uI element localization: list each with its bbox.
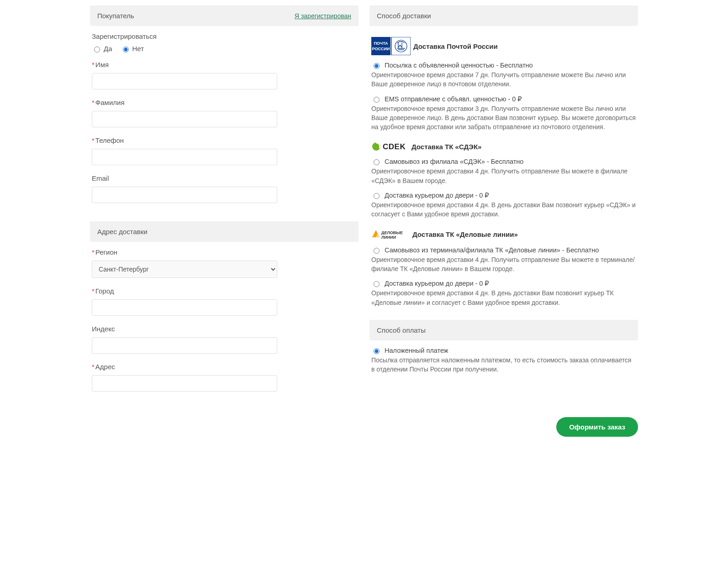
payment-opt1-radio[interactable] xyxy=(374,348,380,354)
region-label-text: Регион xyxy=(95,248,117,256)
surname-label: *Фамилия xyxy=(92,99,357,106)
already-registered-link[interactable]: Я зарегистрирован xyxy=(295,12,351,20)
region-label: *Регион xyxy=(92,248,357,256)
ship-dl-opt2[interactable]: Доставка курьером до двери - 0 ₽ xyxy=(371,280,636,287)
email-label: Email xyxy=(92,174,357,182)
buyer-header: Покупатель Я зарегистрирован xyxy=(90,5,359,26)
address-input[interactable] xyxy=(92,375,277,392)
register-yes-text: Да xyxy=(104,45,112,52)
surname-label-text: Фамилия xyxy=(95,99,125,106)
region-select[interactable]: Санкт-Петербург xyxy=(92,261,277,278)
svg-rect-0 xyxy=(371,37,390,55)
address-header: Адрес доставки xyxy=(90,221,359,242)
phone-label-text: Телефон xyxy=(95,136,124,144)
surname-input[interactable] xyxy=(92,111,277,127)
ship-rp-opt1[interactable]: Посылка с объявленной ценностью - Беспла… xyxy=(371,62,636,69)
phone-input[interactable] xyxy=(92,149,277,165)
ship-dl-opt1-radio[interactable] xyxy=(374,248,380,254)
ship-rp-opt1-label: Посылка с объявленной ценностью - Беспла… xyxy=(385,62,533,69)
ship-dl-opt2-radio[interactable] xyxy=(374,281,380,287)
name-label: *Имя xyxy=(92,61,357,68)
register-radio-group: Да Нет xyxy=(92,45,357,52)
ship-rp-opt1-radio[interactable] xyxy=(374,63,380,69)
cdek-icon: CDEK xyxy=(371,141,409,152)
ship-cdek-opt2-label: Доставка курьером до двери - 0 ₽ xyxy=(385,192,489,199)
address-label-text: Адрес xyxy=(95,363,115,371)
phone-label: *Телефон xyxy=(92,136,357,144)
city-label: *Город xyxy=(92,287,357,295)
ship-dl-opt1[interactable]: Самовывоз из терминала/филиала ТК «Делов… xyxy=(371,246,636,254)
ship-cdek-opt2[interactable]: Доставка курьером до двери - 0 ₽ xyxy=(371,192,636,199)
ship-rp-opt2[interactable]: EMS отправление с объявл. ценностью - 0 … xyxy=(371,95,636,103)
city-input[interactable] xyxy=(92,299,277,316)
ship-cdek-opt1-desc: Ориентировочное время доставки 4 дн. Пол… xyxy=(371,167,636,185)
index-input[interactable] xyxy=(92,337,277,354)
shipping-group-russian-post: ПОЧТА РОССИИ Доставка Почтой России xyxy=(371,37,636,131)
svg-text:CDEK: CDEK xyxy=(383,142,406,151)
payment-opt1[interactable]: Наложенный платеж xyxy=(371,347,636,354)
buyer-header-title: Покупатель xyxy=(97,12,134,20)
ship-rp-opt2-desc: Ориентировочное время доставки 3 дн. Пол… xyxy=(371,104,636,132)
ship-cdek-opt1-label: Самовывоз из филиала «СДЭК» - Бесплатно xyxy=(385,158,523,165)
payment-header-title: Способ оплаты xyxy=(377,326,426,334)
shipping-header-title: Способ доставки xyxy=(377,12,431,20)
email-input[interactable] xyxy=(92,187,277,203)
cdek-title: Доставка ТК «СДЭК» xyxy=(411,143,481,151)
shipping-header: Способ доставки xyxy=(369,5,638,26)
city-label-text: Город xyxy=(95,287,114,295)
name-input[interactable] xyxy=(92,73,277,89)
name-label-text: Имя xyxy=(95,61,109,68)
ship-cdek-opt2-desc: Ориентировочное время доставки 4 дн. В д… xyxy=(371,200,636,219)
ship-cdek-opt1-radio[interactable] xyxy=(374,159,380,165)
ship-rp-opt2-label: EMS отправление с объявл. ценностью - 0 … xyxy=(385,95,522,103)
payment-opt1-desc: Посылка отправляется наложенным платежом… xyxy=(371,356,636,374)
svg-text:ПОЧТА: ПОЧТА xyxy=(374,41,388,46)
register-no-radio[interactable] xyxy=(123,47,129,52)
payment-opt1-label: Наложенный платеж xyxy=(385,347,448,354)
payment-header: Способ оплаты xyxy=(369,320,638,340)
submit-order-button[interactable]: Оформить заказ xyxy=(556,417,638,437)
register-no-label[interactable]: Нет xyxy=(121,45,144,52)
register-no-text: Нет xyxy=(132,45,144,52)
ship-rp-opt2-radio[interactable] xyxy=(374,97,380,103)
svg-text:ЛИНИИ: ЛИНИИ xyxy=(381,235,396,240)
delovye-linii-icon: ДЕЛОВЫЕ ЛИНИИ xyxy=(371,229,410,240)
ship-dl-opt1-desc: Ориентировочное время доставки 4 дн. Пол… xyxy=(371,255,636,274)
russian-post-icon: ПОЧТА РОССИИ xyxy=(371,37,411,55)
ship-cdek-opt2-radio[interactable] xyxy=(374,193,380,199)
register-yes-label[interactable]: Да xyxy=(92,45,112,52)
register-yes-radio[interactable] xyxy=(94,47,100,52)
shipping-group-cdek: CDEK Доставка ТК «СДЭК» Самовывоз из фил… xyxy=(371,141,636,219)
svg-text:ДЕЛОВЫЕ: ДЕЛОВЫЕ xyxy=(381,230,403,235)
ship-rp-opt1-desc: Ориентировочное время доставки 7 дн. Пол… xyxy=(371,70,636,89)
svg-text:РОССИИ: РОССИИ xyxy=(372,47,390,51)
shipping-group-dl: ДЕЛОВЫЕ ЛИНИИ Доставка ТК «Деловые линии… xyxy=(371,229,636,307)
ship-cdek-opt1[interactable]: Самовывоз из филиала «СДЭК» - Бесплатно xyxy=(371,158,636,165)
register-title: Зарегистрироваться xyxy=(92,32,357,40)
index-label: Индекс xyxy=(92,325,357,333)
russian-post-title: Доставка Почтой России xyxy=(413,42,498,50)
dl-title: Доставка ТК «Деловые линии» xyxy=(412,230,518,238)
ship-dl-opt1-label: Самовывоз из терминала/филиала ТК «Делов… xyxy=(385,246,599,254)
ship-dl-opt2-desc: Ориентировочное время доставки 4 дн. В д… xyxy=(371,288,636,307)
address-header-title: Адрес доставки xyxy=(97,228,148,235)
ship-dl-opt2-label: Доставка курьером до двери - 0 ₽ xyxy=(385,280,489,287)
address-label: *Адрес xyxy=(92,363,357,371)
